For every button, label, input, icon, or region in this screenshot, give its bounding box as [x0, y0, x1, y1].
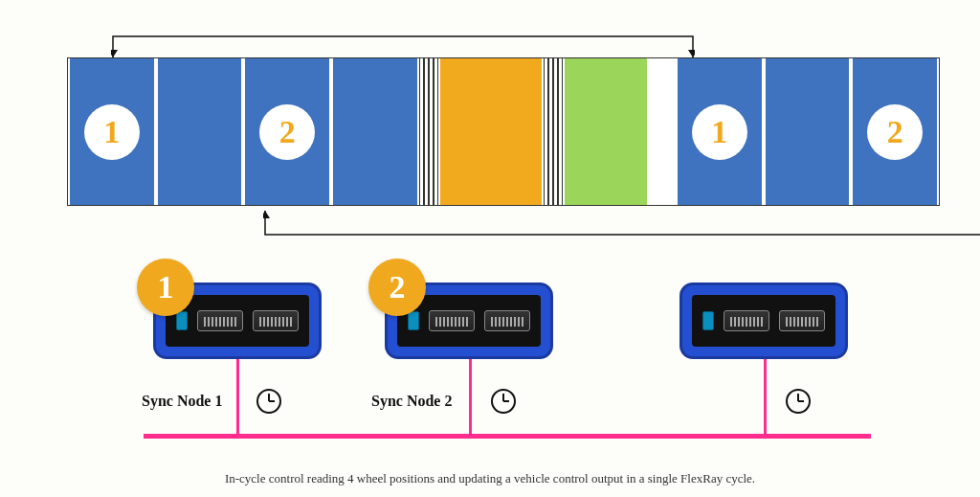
- usb-port-icon: [176, 311, 188, 330]
- dsub-port-icon: [724, 310, 769, 331]
- cycle1-slot1: 1: [68, 58, 156, 205]
- usb-port-icon: [408, 311, 419, 330]
- cycle1-slot-empty-b: [331, 58, 419, 205]
- dynamic-slot: [438, 58, 544, 205]
- minislot-group-a: [419, 58, 438, 205]
- dsub-port-icon: [429, 310, 475, 331]
- flexray-cycle-timeline: 1 2 1 2: [67, 57, 940, 206]
- clock-icon: [490, 388, 517, 415]
- minislot-group-b: [544, 58, 563, 205]
- slot-badge-1b: 1: [692, 104, 747, 160]
- figure-caption: In-cycle control reading 4 wheel positio…: [0, 471, 980, 486]
- clock-icon: [785, 388, 812, 415]
- dsub-port-icon: [253, 310, 299, 331]
- dsub-port-icon: [484, 310, 530, 331]
- dsub-port-icon: [779, 310, 825, 331]
- usb-port-icon: [702, 311, 714, 330]
- symbol-window: [563, 58, 649, 205]
- cycle2-slot1: 1: [676, 58, 764, 205]
- bus-stub-3: [764, 359, 767, 436]
- cycle1-slot2: 2: [243, 58, 331, 205]
- device-row: 1 2 Sync Node 1 Sync Node 2: [144, 282, 871, 417]
- clock-icon: [256, 388, 282, 415]
- arrow-cycle-node1: [111, 29, 695, 57]
- sync-node-1-label: Sync Node 1: [142, 393, 222, 410]
- device-2: 2: [385, 282, 553, 359]
- bus-stub-2: [469, 359, 472, 436]
- device-1: 1: [153, 282, 322, 359]
- dsub-port-icon: [197, 310, 243, 331]
- slot-badge-2: 2: [259, 104, 315, 160]
- sync-node-2-label: Sync Node 2: [371, 393, 452, 410]
- device-badge-1: 1: [137, 259, 194, 316]
- cycle1-slot-empty-a: [156, 58, 244, 205]
- device-3: [679, 282, 848, 359]
- device-badge-2: 2: [368, 259, 426, 316]
- network-idle-time: [649, 58, 676, 205]
- cycle2-slot-empty: [764, 58, 852, 205]
- flexray-bus-line: [144, 434, 871, 439]
- device-3-faceplate: [692, 295, 835, 347]
- cycle2-slot2: 2: [851, 58, 939, 205]
- slot-badge-1: 1: [84, 104, 140, 160]
- arrow-cycle-node2: [263, 211, 980, 244]
- bus-stub-1: [236, 359, 239, 436]
- slot-badge-2b: 2: [867, 104, 923, 160]
